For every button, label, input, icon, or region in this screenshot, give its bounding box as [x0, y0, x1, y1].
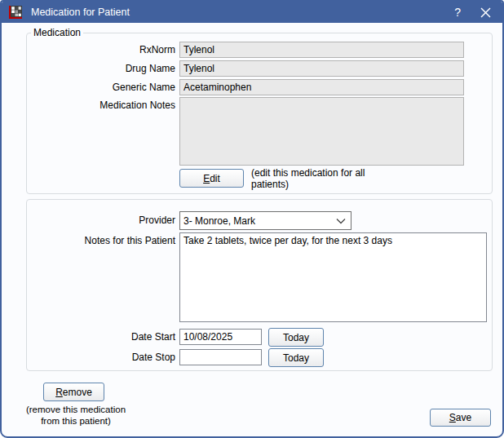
medication-group-label: Medication [31, 27, 83, 38]
generic-name-label: Generic Name [26, 82, 175, 93]
drug-name-field[interactable] [179, 60, 464, 77]
provider-selected-value: 3- Monroe, Mark [183, 215, 336, 227]
save-button[interactable]: Save [430, 409, 491, 427]
date-start-field[interactable] [179, 329, 262, 345]
titlebar: Medication for Patient ? [2, 2, 502, 23]
app-grid-icon [9, 6, 22, 19]
today-button-start[interactable]: Today [268, 328, 324, 347]
provider-label: Provider [26, 215, 175, 226]
medication-notes-field[interactable] [179, 97, 464, 166]
close-icon[interactable] [480, 7, 491, 18]
window-title: Medication for Patient [31, 7, 130, 18]
date-stop-label: Date Stop [26, 352, 175, 363]
today-button-stop[interactable]: Today [268, 348, 324, 367]
patient-notes-field[interactable]: Take 2 tablets, twice per day, for the n… [179, 232, 487, 322]
provider-select[interactable]: 3- Monroe, Mark [179, 211, 351, 230]
medication-dialog: Medication for Patient ? Medication RxNo… [0, 0, 504, 438]
medication-notes-label: Medication Notes [26, 100, 175, 111]
generic-name-field[interactable] [179, 79, 464, 95]
date-start-label: Date Start [26, 331, 175, 343]
help-icon[interactable]: ? [454, 6, 461, 19]
rxnorm-field[interactable] [179, 42, 464, 58]
patient-notes-label: Notes for this Patient [26, 235, 175, 246]
edit-button[interactable]: Edit [179, 169, 244, 188]
remove-caption: (remove this medication from this patien… [21, 404, 130, 427]
date-stop-field[interactable] [179, 349, 262, 365]
drug-name-label: Drug Name [26, 63, 175, 74]
edit-caption: (edit this medication for all patients) [251, 167, 394, 190]
rxnorm-label: RxNorm [26, 44, 175, 55]
chevron-down-icon [336, 218, 346, 224]
remove-button[interactable]: Remove [43, 383, 104, 401]
